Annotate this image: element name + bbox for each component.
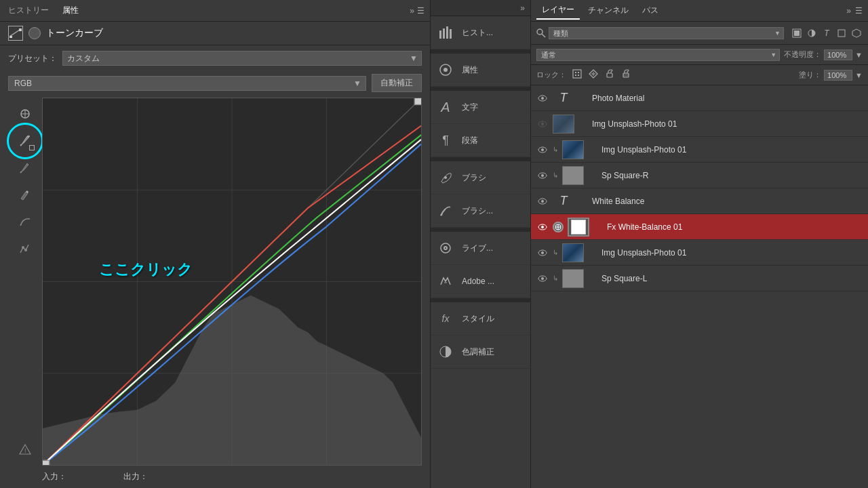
table-row[interactable]: ↳ Sp Square-R [531,163,868,188]
smooth-tool[interactable] [14,211,36,233]
panel-menu-icon[interactable]: ☰ [855,6,863,16]
panel-expand-icon[interactable]: » [846,6,851,16]
expand-icon[interactable]: » [410,6,414,16]
layer-arrow-icon: ↳ [553,274,558,282]
svg-point-9 [24,249,27,251]
layer-thumbnail [568,218,589,237]
curve-graph[interactable]: ここクリック [42,98,422,466]
svg-rect-21 [414,98,421,104]
svg-line-37 [542,34,545,37]
hist-label: ヒスト... [462,27,493,39]
preset-select[interactable]: カスタム [62,51,422,66]
tab-paths[interactable]: パス [637,2,664,19]
table-row[interactable]: Img Unsplash-Photo 01 [531,111,868,137]
lock-row: ロック： [531,65,868,85]
layer-thumbnail [562,166,584,185]
sidebar-item-color-adj[interactable]: 色調補正 [431,336,530,369]
svg-rect-20 [43,460,50,465]
sidebar-item-brush2[interactable]: ブラシ... [431,195,530,228]
brush2-icon [436,201,455,220]
path-tool[interactable] [14,239,36,260]
panel-controls: » ☰ [410,6,425,16]
sidebar-item-paragraph[interactable]: ¶ 段落 [431,124,530,157]
search-icon [536,28,546,38]
svg-point-56 [541,148,544,151]
lock-move-icon[interactable] [604,68,615,81]
visibility-toggle[interactable] [536,247,549,258]
visibility-toggle[interactable] [536,170,549,181]
sidebar-item-adobe[interactable]: Adobe ... [431,265,530,298]
tab-channels[interactable]: チャンネル [583,2,634,19]
svg-rect-49 [607,73,612,77]
visibility-toggle[interactable] [536,119,549,129]
pointer-tool[interactable] [14,103,36,125]
fill-input[interactable] [824,70,852,81]
brush2-label: ブラシ... [462,205,493,217]
tab-properties[interactable]: 属性 [60,3,81,18]
left-header: ヒストリー 属性 » ☰ [0,0,430,22]
table-row[interactable]: ↳ Sp Square-L [531,266,868,291]
sidebar-item-text[interactable]: A 文字 [431,91,530,124]
sidebar-item-hist[interactable]: ヒスト... [431,16,530,49]
text-filter-icon[interactable]: T [821,27,833,39]
table-row[interactable]: T Photo Material [531,85,868,111]
visibility-toggle[interactable] [536,273,549,284]
blend-select[interactable]: 通常 乗算 スクリーン オーバーレイ [541,51,775,59]
table-row[interactable]: ↳ Img Unsplash-Photo 01 [531,137,868,163]
shape-filter-icon[interactable] [835,27,848,39]
list-item: White Balance [592,197,863,206]
layer-thumbnail [562,243,584,262]
pixel-filter-icon[interactable] [791,27,803,39]
tab-history[interactable]: ヒストリー [5,3,52,18]
channel-select[interactable]: RGB Red Green Blue [14,79,360,88]
sidebar-item-style[interactable]: fx スタイル [431,302,530,336]
opacity-input[interactable] [824,49,852,60]
visibility-toggle[interactable] [536,144,549,155]
brush-icon [436,168,455,187]
eyedropper2-tool[interactable] [14,157,36,179]
list-item: Photo Material [592,94,863,103]
curve-container: ! [0,98,430,466]
auto-correct-button[interactable]: 自動補正 [372,74,422,92]
smartobj-filter-icon[interactable] [850,27,863,39]
warning-tool[interactable]: ! [14,439,36,460]
middle-expand-icon[interactable]: » [520,3,525,13]
blend-select-wrapper: 通常 乗算 スクリーン オーバーレイ ▼ [536,49,780,61]
lock-position-icon[interactable] [588,68,599,81]
visibility-toggle[interactable] [536,196,549,207]
kind-select[interactable]: 種類 名前 効果 モード 属性 [553,29,779,37]
svg-rect-27 [450,29,452,39]
adobe-label: Adobe ... [462,277,494,286]
table-row[interactable]: T White Balance [531,188,868,214]
right-header-controls: » ☰ [846,6,863,16]
opacity-arrow[interactable]: ▼ [855,51,863,59]
lock-all-icon[interactable] [620,68,631,81]
lock-pixels-icon[interactable] [572,68,583,81]
sidebar-item-attr[interactable]: 属性 [431,54,530,87]
fill-arrow[interactable]: ▼ [855,71,863,79]
attr-label: 属性 [462,64,478,76]
list-item: Sp Square-R [601,171,863,180]
svg-point-67 [541,251,544,254]
visibility-toggle[interactable] [536,93,549,104]
preset-row: プリセット： カスタム ▼ [0,45,430,71]
sidebar-item-live[interactable]: ライブ... [431,232,530,265]
table-row[interactable]: Fx White-Balance 01 [531,214,868,240]
table-row[interactable]: ↳ Img Unsplash-Photo 01 [531,240,868,266]
preset-label: プリセット： [8,53,57,64]
sidebar-item-brush[interactable]: ブラシ [431,161,530,195]
svg-rect-42 [573,70,581,78]
tone-curve-header: トーンカーブ [0,22,430,45]
input-label: 入力： [42,471,66,483]
layer-thumbnail [562,269,584,288]
svg-rect-26 [446,26,448,39]
svg-line-6 [20,171,22,173]
layer-arrow-icon: ↳ [553,146,558,153]
adjustment-filter-icon[interactable] [806,27,818,39]
tab-layers[interactable]: レイヤー [536,1,580,20]
attr-icon [436,60,455,79]
pencil-tool[interactable] [14,184,36,206]
eyedropper-tool[interactable] [14,130,36,152]
visibility-toggle[interactable] [536,222,549,232]
menu-icon[interactable]: ☰ [417,6,425,16]
